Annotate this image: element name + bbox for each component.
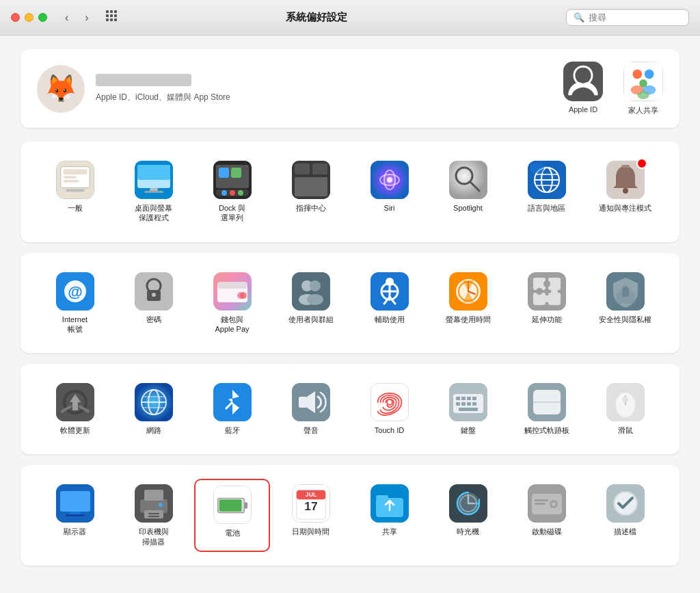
printer-label: 印表機與掃描器: [139, 527, 169, 546]
accessibility-label: 輔助使用: [375, 315, 405, 324]
pref-software[interactable]: 軟體更新: [37, 378, 113, 440]
pref-wallet[interactable]: 錢包與Apple Pay: [194, 267, 270, 340]
pref-mouse[interactable]: 滑鼠: [587, 378, 663, 440]
pref-screentime[interactable]: 螢幕使用時間: [430, 267, 506, 340]
svg-point-10: [633, 70, 643, 79]
pref-profiles[interactable]: 描述檔: [587, 479, 663, 552]
pref-internet[interactable]: @ Internet帳號: [37, 267, 113, 340]
pref-battery[interactable]: 電池: [194, 479, 270, 552]
main-content: 🦊 Apple ID、iCloud、媒體與 App Store Apple ID: [0, 36, 700, 593]
maximize-button[interactable]: [38, 13, 47, 22]
startup-label: 啟動磁碟: [532, 527, 562, 536]
pref-datetime[interactable]: JUL 17 日期與時間: [273, 479, 349, 552]
spotlight-icon: [449, 161, 487, 199]
notifications-label: 通知與專注模式: [599, 203, 651, 213]
svg-rect-19: [63, 176, 76, 179]
grid-section-2: @ Internet帳號 密碼: [21, 253, 679, 354]
pref-spotlight[interactable]: Spotlight: [430, 155, 506, 228]
minimize-button[interactable]: [25, 13, 33, 22]
siri-label: Siri: [384, 203, 395, 213]
pref-users[interactable]: 使用者與群組: [273, 267, 349, 340]
svg-rect-18: [63, 170, 87, 175]
svg-point-54: [623, 188, 628, 194]
pref-display[interactable]: 顯示器: [37, 479, 113, 552]
dock-icon: [213, 161, 252, 199]
pref-printer[interactable]: 印表機與掃描器: [116, 479, 191, 552]
family-icon: [623, 62, 663, 101]
svg-point-67: [240, 292, 247, 299]
grid-section-1: 一般 桌面與螢幕保護程式: [21, 142, 679, 242]
profiles-icon: [606, 484, 645, 523]
datetime-icon: JUL 17: [292, 484, 330, 523]
svg-rect-68: [292, 272, 330, 311]
svg-rect-116: [456, 397, 460, 400]
pref-desktop[interactable]: 桌面與螢幕保護程式: [116, 155, 191, 228]
security-icon: [606, 272, 645, 311]
pref-trackpad[interactable]: 觸控式軌跡板: [509, 378, 584, 440]
password-icon: [135, 272, 173, 311]
notifications-icon: [606, 161, 645, 199]
profile-actions: Apple ID: [563, 62, 663, 116]
accessibility-icon: [371, 272, 409, 311]
pref-extensions[interactable]: 延伸功能: [509, 267, 584, 340]
pref-timemachine[interactable]: 時光機: [430, 479, 506, 552]
window-title: 系統偏好設定: [75, 11, 558, 24]
svg-text:@: @: [68, 283, 82, 300]
svg-point-164: [552, 502, 556, 506]
profile-subtitle: Apple ID、iCloud、媒體與 App Store: [96, 92, 230, 102]
language-icon: [528, 161, 566, 199]
pref-accessibility[interactable]: 輔助使用: [351, 267, 427, 340]
network-label: 網路: [146, 425, 161, 435]
svg-point-132: [623, 396, 628, 403]
notification-badge: [636, 158, 647, 169]
pref-dock[interactable]: Dock 與選單列: [194, 155, 270, 228]
search-icon: 🔍: [574, 12, 584, 23]
security-label: 安全性與隱私權: [599, 315, 651, 324]
svg-rect-24: [137, 165, 170, 180]
svg-rect-85: [528, 272, 566, 311]
avatar[interactable]: 🦊: [37, 65, 85, 113]
svg-point-93: [543, 295, 550, 302]
wallet-label: 錢包與Apple Pay: [215, 315, 249, 334]
svg-point-34: [238, 190, 243, 196]
family-sharing-action[interactable]: 家人共享: [623, 62, 663, 116]
pref-startup[interactable]: 啟動磁碟: [509, 479, 584, 552]
pref-keyboard[interactable]: 鍵盤: [430, 378, 506, 440]
software-label: 軟體更新: [60, 425, 90, 435]
battery-label: 電池: [225, 528, 240, 538]
svg-point-62: [152, 293, 156, 297]
search-box[interactable]: 🔍: [566, 9, 689, 26]
svg-point-42: [387, 177, 392, 183]
language-label: 語言與地區: [528, 203, 565, 213]
display-label: 顯示器: [64, 527, 86, 536]
pref-password[interactable]: 密碼: [116, 267, 191, 340]
siri-icon: [371, 161, 409, 199]
pref-sound[interactable]: 聲音: [273, 378, 349, 440]
password-label: 密碼: [146, 315, 161, 324]
pref-mission[interactable]: 指揮中心: [273, 155, 349, 228]
svg-point-72: [307, 294, 323, 305]
pref-bluetooth[interactable]: 藍牙: [194, 378, 270, 440]
pref-language[interactable]: 語言與地區: [509, 155, 584, 228]
bluetooth-icon: [213, 383, 252, 421]
pref-network[interactable]: 網路: [116, 378, 191, 440]
svg-rect-141: [148, 513, 159, 514]
search-input[interactable]: [589, 12, 684, 23]
pref-touchid[interactable]: Touch ID: [351, 378, 427, 440]
icon-grid-4: 顯示器 印表機與掃描器: [37, 479, 663, 552]
icon-grid-1: 一般 桌面與螢幕保護程式: [37, 155, 663, 228]
back-button[interactable]: ‹: [61, 10, 72, 25]
trackpad-label: 觸控式軌跡板: [524, 425, 569, 435]
close-button[interactable]: [11, 13, 20, 22]
pref-notifications[interactable]: 通知與專注模式: [587, 155, 663, 228]
apple-id-action[interactable]: Apple ID: [563, 62, 603, 116]
pref-sharing[interactable]: 共享: [351, 479, 427, 552]
software-icon: [56, 383, 94, 421]
desktop-label: 桌面與螢幕保護程式: [135, 203, 172, 223]
general-icon: [56, 161, 94, 199]
pref-general[interactable]: 一般: [37, 155, 113, 228]
pref-security[interactable]: 安全性與隱私權: [587, 267, 663, 340]
spotlight-label: Spotlight: [453, 203, 483, 213]
pref-siri[interactable]: Siri: [351, 155, 427, 228]
svg-rect-43: [449, 161, 487, 199]
